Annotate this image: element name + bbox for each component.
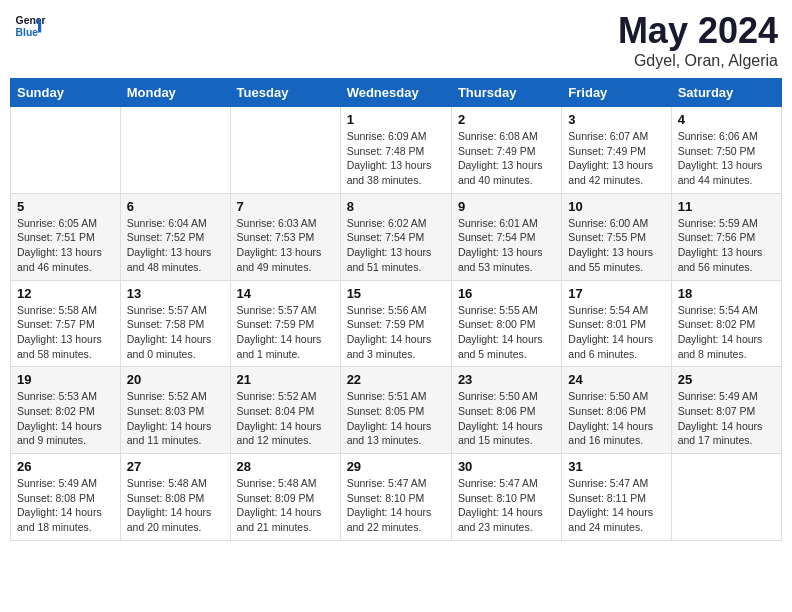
logo: General Blue <box>14 10 46 42</box>
day-number: 26 <box>17 459 114 474</box>
calendar-cell <box>11 107 121 194</box>
day-info: Sunrise: 5:52 AM Sunset: 8:03 PM Dayligh… <box>127 389 224 448</box>
day-info: Sunrise: 5:47 AM Sunset: 8:10 PM Dayligh… <box>458 476 555 535</box>
calendar-cell: 28Sunrise: 5:48 AM Sunset: 8:09 PM Dayli… <box>230 454 340 541</box>
calendar-cell: 15Sunrise: 5:56 AM Sunset: 7:59 PM Dayli… <box>340 280 451 367</box>
weekday-header: Saturday <box>671 79 781 107</box>
day-info: Sunrise: 5:54 AM Sunset: 8:02 PM Dayligh… <box>678 303 775 362</box>
day-number: 25 <box>678 372 775 387</box>
day-info: Sunrise: 5:59 AM Sunset: 7:56 PM Dayligh… <box>678 216 775 275</box>
day-number: 7 <box>237 199 334 214</box>
day-info: Sunrise: 5:49 AM Sunset: 8:08 PM Dayligh… <box>17 476 114 535</box>
calendar-cell: 22Sunrise: 5:51 AM Sunset: 8:05 PM Dayli… <box>340 367 451 454</box>
calendar-table: SundayMondayTuesdayWednesdayThursdayFrid… <box>10 78 782 541</box>
svg-text:General: General <box>16 15 46 26</box>
day-info: Sunrise: 6:06 AM Sunset: 7:50 PM Dayligh… <box>678 129 775 188</box>
day-number: 6 <box>127 199 224 214</box>
day-number: 5 <box>17 199 114 214</box>
calendar-cell: 25Sunrise: 5:49 AM Sunset: 8:07 PM Dayli… <box>671 367 781 454</box>
day-number: 28 <box>237 459 334 474</box>
day-number: 29 <box>347 459 445 474</box>
day-info: Sunrise: 5:49 AM Sunset: 8:07 PM Dayligh… <box>678 389 775 448</box>
day-number: 23 <box>458 372 555 387</box>
day-info: Sunrise: 5:54 AM Sunset: 8:01 PM Dayligh… <box>568 303 664 362</box>
day-info: Sunrise: 6:07 AM Sunset: 7:49 PM Dayligh… <box>568 129 664 188</box>
day-number: 19 <box>17 372 114 387</box>
calendar-cell: 11Sunrise: 5:59 AM Sunset: 7:56 PM Dayli… <box>671 193 781 280</box>
calendar-cell: 14Sunrise: 5:57 AM Sunset: 7:59 PM Dayli… <box>230 280 340 367</box>
day-number: 3 <box>568 112 664 127</box>
day-number: 14 <box>237 286 334 301</box>
calendar-cell: 27Sunrise: 5:48 AM Sunset: 8:08 PM Dayli… <box>120 454 230 541</box>
day-info: Sunrise: 5:52 AM Sunset: 8:04 PM Dayligh… <box>237 389 334 448</box>
day-number: 20 <box>127 372 224 387</box>
day-info: Sunrise: 5:48 AM Sunset: 8:09 PM Dayligh… <box>237 476 334 535</box>
calendar-cell: 8Sunrise: 6:02 AM Sunset: 7:54 PM Daylig… <box>340 193 451 280</box>
day-info: Sunrise: 5:47 AM Sunset: 8:11 PM Dayligh… <box>568 476 664 535</box>
calendar-cell: 17Sunrise: 5:54 AM Sunset: 8:01 PM Dayli… <box>562 280 671 367</box>
weekday-header: Tuesday <box>230 79 340 107</box>
calendar-week-row: 1Sunrise: 6:09 AM Sunset: 7:48 PM Daylig… <box>11 107 782 194</box>
day-number: 11 <box>678 199 775 214</box>
title-area: May 2024 Gdyel, Oran, Algeria <box>618 10 778 70</box>
calendar-cell: 23Sunrise: 5:50 AM Sunset: 8:06 PM Dayli… <box>451 367 561 454</box>
calendar-cell: 16Sunrise: 5:55 AM Sunset: 8:00 PM Dayli… <box>451 280 561 367</box>
day-info: Sunrise: 5:57 AM Sunset: 7:58 PM Dayligh… <box>127 303 224 362</box>
day-info: Sunrise: 5:48 AM Sunset: 8:08 PM Dayligh… <box>127 476 224 535</box>
day-info: Sunrise: 5:56 AM Sunset: 7:59 PM Dayligh… <box>347 303 445 362</box>
weekday-header: Thursday <box>451 79 561 107</box>
calendar-cell: 24Sunrise: 5:50 AM Sunset: 8:06 PM Dayli… <box>562 367 671 454</box>
day-info: Sunrise: 5:50 AM Sunset: 8:06 PM Dayligh… <box>568 389 664 448</box>
day-number: 13 <box>127 286 224 301</box>
calendar-cell: 2Sunrise: 6:08 AM Sunset: 7:49 PM Daylig… <box>451 107 561 194</box>
page-header: General Blue May 2024 Gdyel, Oran, Alger… <box>10 10 782 70</box>
calendar-cell: 1Sunrise: 6:09 AM Sunset: 7:48 PM Daylig… <box>340 107 451 194</box>
day-number: 4 <box>678 112 775 127</box>
day-number: 30 <box>458 459 555 474</box>
calendar-cell: 9Sunrise: 6:01 AM Sunset: 7:54 PM Daylig… <box>451 193 561 280</box>
weekday-header: Friday <box>562 79 671 107</box>
calendar-cell <box>120 107 230 194</box>
day-number: 31 <box>568 459 664 474</box>
calendar-week-row: 26Sunrise: 5:49 AM Sunset: 8:08 PM Dayli… <box>11 454 782 541</box>
day-info: Sunrise: 6:02 AM Sunset: 7:54 PM Dayligh… <box>347 216 445 275</box>
day-number: 27 <box>127 459 224 474</box>
calendar-cell: 10Sunrise: 6:00 AM Sunset: 7:55 PM Dayli… <box>562 193 671 280</box>
day-number: 17 <box>568 286 664 301</box>
day-info: Sunrise: 6:05 AM Sunset: 7:51 PM Dayligh… <box>17 216 114 275</box>
day-info: Sunrise: 5:57 AM Sunset: 7:59 PM Dayligh… <box>237 303 334 362</box>
logo-icon: General Blue <box>14 10 46 42</box>
day-info: Sunrise: 6:03 AM Sunset: 7:53 PM Dayligh… <box>237 216 334 275</box>
day-info: Sunrise: 6:08 AM Sunset: 7:49 PM Dayligh… <box>458 129 555 188</box>
svg-text:Blue: Blue <box>16 27 39 38</box>
weekday-header: Wednesday <box>340 79 451 107</box>
day-number: 18 <box>678 286 775 301</box>
calendar-cell: 18Sunrise: 5:54 AM Sunset: 8:02 PM Dayli… <box>671 280 781 367</box>
location: Gdyel, Oran, Algeria <box>618 52 778 70</box>
calendar-week-row: 19Sunrise: 5:53 AM Sunset: 8:02 PM Dayli… <box>11 367 782 454</box>
calendar-cell <box>671 454 781 541</box>
calendar-cell: 13Sunrise: 5:57 AM Sunset: 7:58 PM Dayli… <box>120 280 230 367</box>
day-info: Sunrise: 6:00 AM Sunset: 7:55 PM Dayligh… <box>568 216 664 275</box>
calendar-cell: 6Sunrise: 6:04 AM Sunset: 7:52 PM Daylig… <box>120 193 230 280</box>
weekday-header: Sunday <box>11 79 121 107</box>
day-number: 16 <box>458 286 555 301</box>
calendar-cell: 29Sunrise: 5:47 AM Sunset: 8:10 PM Dayli… <box>340 454 451 541</box>
calendar-cell: 7Sunrise: 6:03 AM Sunset: 7:53 PM Daylig… <box>230 193 340 280</box>
calendar-cell: 4Sunrise: 6:06 AM Sunset: 7:50 PM Daylig… <box>671 107 781 194</box>
calendar-cell: 3Sunrise: 6:07 AM Sunset: 7:49 PM Daylig… <box>562 107 671 194</box>
calendar-cell: 19Sunrise: 5:53 AM Sunset: 8:02 PM Dayli… <box>11 367 121 454</box>
day-info: Sunrise: 6:01 AM Sunset: 7:54 PM Dayligh… <box>458 216 555 275</box>
calendar-week-row: 5Sunrise: 6:05 AM Sunset: 7:51 PM Daylig… <box>11 193 782 280</box>
calendar-cell: 31Sunrise: 5:47 AM Sunset: 8:11 PM Dayli… <box>562 454 671 541</box>
day-info: Sunrise: 5:53 AM Sunset: 8:02 PM Dayligh… <box>17 389 114 448</box>
day-number: 2 <box>458 112 555 127</box>
calendar-cell: 12Sunrise: 5:58 AM Sunset: 7:57 PM Dayli… <box>11 280 121 367</box>
month-title: May 2024 <box>618 10 778 52</box>
day-number: 1 <box>347 112 445 127</box>
calendar-week-row: 12Sunrise: 5:58 AM Sunset: 7:57 PM Dayli… <box>11 280 782 367</box>
calendar-cell: 26Sunrise: 5:49 AM Sunset: 8:08 PM Dayli… <box>11 454 121 541</box>
day-number: 10 <box>568 199 664 214</box>
day-info: Sunrise: 5:47 AM Sunset: 8:10 PM Dayligh… <box>347 476 445 535</box>
day-number: 12 <box>17 286 114 301</box>
